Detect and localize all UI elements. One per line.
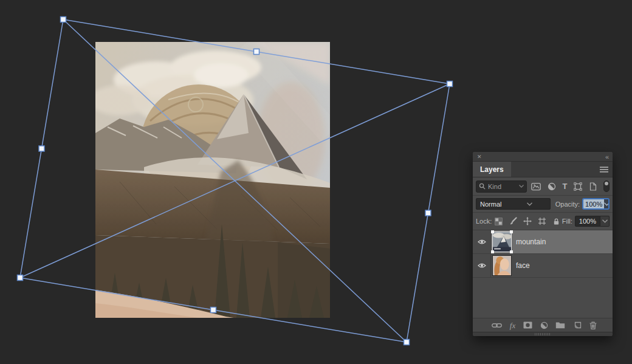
layer-row-face[interactable]: face: [473, 254, 613, 278]
search-icon: [479, 183, 486, 190]
filter-icon-group: T: [531, 180, 610, 192]
type-layers-filter-icon[interactable]: T: [563, 182, 568, 190]
smart-objects-filter-icon[interactable]: [589, 182, 597, 191]
blend-mode-value: Normal: [480, 201, 513, 208]
layer-thumbnail-face[interactable]: [493, 256, 511, 275]
tab-strip: [511, 162, 613, 177]
fill-dropdown-icon[interactable]: [600, 216, 610, 227]
thumb-frame-corner: [510, 250, 513, 253]
layer-filter-search[interactable]: Kind: [476, 180, 527, 193]
lock-options-row: Lock: Fill:: [473, 213, 613, 230]
grip-texture: [535, 333, 551, 335]
transform-handle[interactable]: [61, 17, 66, 22]
filter-toggle[interactable]: [603, 180, 610, 192]
fill-input[interactable]: 100%: [575, 216, 610, 227]
panel-tab-bar: Layers: [473, 162, 613, 177]
link-layers-icon[interactable]: [492, 323, 502, 328]
layer-name[interactable]: mountain: [516, 238, 546, 246]
photoshop-workspace: ✕ « Layers Kind: [0, 0, 632, 364]
fill-group: Fill: 100%: [562, 216, 610, 227]
layer-row-mountain[interactable]: mountain: [473, 230, 613, 254]
opacity-dropdown-icon[interactable]: [604, 199, 610, 208]
eye-icon[interactable]: [478, 263, 486, 269]
panel-close-icon[interactable]: ✕: [477, 154, 482, 160]
tab-layers[interactable]: Layers: [473, 162, 511, 177]
pixel-layers-filter-icon[interactable]: [531, 182, 541, 191]
layer-row-body[interactable]: mountain: [491, 230, 613, 253]
new-group-icon[interactable]: [555, 321, 565, 329]
layer-row-body[interactable]: face: [491, 254, 613, 277]
shape-layers-filter-icon[interactable]: [574, 182, 582, 191]
transform-handle[interactable]: [425, 210, 431, 216]
blend-mode-select[interactable]: Normal: [476, 198, 551, 210]
panel-title-bar: ✕ «: [473, 152, 613, 162]
transform-handle[interactable]: [211, 307, 216, 313]
layers-panel: ✕ « Layers Kind: [473, 152, 613, 336]
lock-image-pixels-icon[interactable]: [509, 217, 517, 225]
transform-handle[interactable]: [447, 81, 453, 87]
fill-label: Fill:: [562, 218, 572, 225]
layer-mask-icon[interactable]: [523, 321, 532, 329]
panel-resize-handle[interactable]: [473, 332, 613, 336]
filter-toggle-knob: [605, 182, 608, 185]
lock-all-icon[interactable]: [552, 218, 560, 225]
layers-footer-bar: fx: [473, 318, 613, 332]
lock-position-icon[interactable]: [523, 217, 532, 225]
layer-filter-row: Kind T: [473, 177, 613, 196]
layer-name[interactable]: face: [516, 261, 530, 270]
layer-list: mountain face: [473, 230, 613, 318]
transform-handle[interactable]: [404, 340, 410, 345]
adjustment-layers-filter-icon[interactable]: [548, 182, 556, 191]
thumb-frame-corner: [510, 230, 513, 233]
layer-style-fx-icon[interactable]: fx: [510, 321, 515, 329]
transform-handle[interactable]: [39, 146, 44, 151]
thumb-frame-corner: [491, 230, 494, 233]
opacity-input[interactable]: 100%: [582, 198, 610, 210]
eye-icon[interactable]: [478, 239, 486, 245]
blend-options-row: Normal Opacity: 100%: [473, 196, 613, 213]
transform-handle[interactable]: [254, 49, 259, 55]
panel-collapse-icon[interactable]: «: [605, 153, 608, 160]
filter-kind-label: Kind: [488, 183, 517, 190]
visibility-cell[interactable]: [473, 254, 491, 277]
chevron-down-icon: [519, 185, 524, 188]
delete-layer-icon[interactable]: [589, 321, 597, 329]
fill-value: 100%: [575, 216, 600, 227]
visibility-cell[interactable]: [473, 230, 491, 253]
chevron-down-icon: [513, 202, 546, 206]
thumb-frame-corner: [491, 250, 494, 253]
new-layer-icon[interactable]: [573, 321, 582, 329]
layer-thumbnail-mountain[interactable]: [493, 232, 511, 252]
opacity-value: 100%: [583, 199, 604, 208]
lock-artboard-icon[interactable]: [538, 217, 546, 225]
panel-menu-icon[interactable]: [600, 167, 608, 173]
opacity-label: Opacity:: [555, 201, 580, 208]
transform-handle[interactable]: [18, 275, 23, 281]
lock-icon-group: [495, 217, 560, 225]
lock-transparent-pixels-icon[interactable]: [495, 218, 503, 225]
lock-label: Lock:: [476, 218, 492, 225]
transform-diagonal-line: [20, 84, 450, 278]
adjustment-layer-icon[interactable]: [540, 321, 548, 329]
